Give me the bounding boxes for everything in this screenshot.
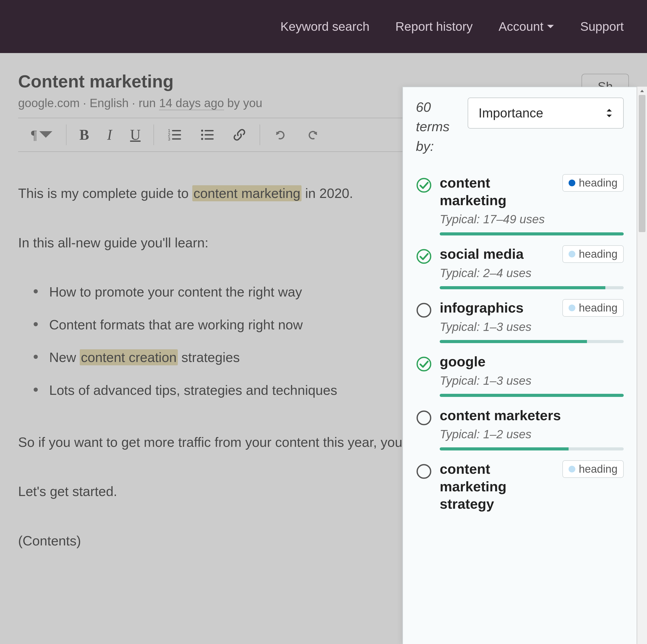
meta-language: English	[89, 96, 129, 110]
term-progress	[440, 232, 624, 235]
svg-point-11	[201, 138, 203, 140]
term-row[interactable]: content marketing strategyheading	[416, 460, 624, 513]
svg-point-16	[417, 411, 431, 425]
link-button[interactable]	[232, 128, 246, 142]
badge-label: heading	[579, 463, 618, 475]
terms-count-label: 60 terms by:	[416, 97, 460, 156]
panel-fade	[403, 597, 637, 644]
ordered-list-icon: 123	[167, 128, 182, 142]
svg-point-14	[417, 303, 431, 317]
svg-point-10	[201, 134, 203, 136]
nav-account[interactable]: Account	[498, 19, 554, 33]
term-progress	[440, 286, 624, 289]
empty-circle-icon	[416, 302, 432, 318]
badge-dot-icon	[569, 466, 575, 473]
redo-button[interactable]	[306, 128, 320, 142]
term-progress	[440, 340, 624, 343]
check-circle-icon	[416, 177, 432, 193]
nav-report-history[interactable]: Report history	[396, 19, 473, 33]
nav-account-label: Account	[498, 19, 543, 33]
scroll-thumb[interactable]	[639, 95, 645, 232]
chevron-down-icon	[39, 128, 53, 142]
svg-point-13	[417, 250, 431, 263]
svg-text:3: 3	[168, 137, 170, 141]
pilcrow-icon: ¶	[31, 127, 37, 142]
panel-scrollbar[interactable]	[637, 87, 647, 644]
undo-button[interactable]	[273, 128, 288, 142]
term-row[interactable]: infographicsheadingTypical: 1–3 uses	[416, 299, 624, 343]
svg-text:2: 2	[168, 133, 170, 137]
empty-circle-icon	[416, 463, 432, 480]
underline-button[interactable]: U	[130, 127, 141, 143]
italic-button[interactable]: I	[107, 127, 112, 143]
badge-label: heading	[579, 248, 618, 260]
highlighted-term: content marketing	[192, 185, 301, 201]
redo-icon	[306, 128, 320, 142]
badge-dot-icon	[569, 180, 575, 186]
term-label: infographics	[440, 299, 523, 317]
check-circle-icon	[416, 248, 432, 265]
top-navbar: Keyword search Report history Account Su…	[0, 0, 647, 53]
term-label: content marketing strategy	[440, 460, 557, 513]
badge-dot-icon	[569, 304, 575, 311]
bold-button[interactable]: B	[79, 127, 89, 143]
svg-point-15	[417, 357, 431, 371]
term-typical: Typical: 1–2 uses	[440, 427, 624, 441]
svg-point-17	[417, 465, 431, 478]
heading-badge[interactable]: heading	[562, 174, 624, 192]
svg-text:1: 1	[168, 129, 170, 133]
term-typical: Typical: 1–3 uses	[440, 320, 624, 334]
term-row[interactable]: googleTypical: 1–3 uses	[416, 353, 624, 397]
heading-badge[interactable]: heading	[562, 299, 624, 317]
ordered-list-button[interactable]: 123	[167, 128, 182, 142]
link-icon	[232, 128, 246, 142]
term-typical: Typical: 1–3 uses	[440, 374, 624, 387]
sort-select[interactable]: Importance	[468, 97, 624, 129]
unordered-list-button[interactable]	[200, 128, 214, 142]
term-progress	[440, 447, 624, 450]
meta-run-prefix: run	[138, 96, 155, 110]
term-label: social media	[440, 245, 523, 263]
heading-badge[interactable]: heading	[562, 245, 624, 263]
meta-domain: google.com	[18, 96, 80, 110]
term-row[interactable]: content marketingheadingTypical: 17–49 u…	[416, 174, 624, 235]
terms-panel: 60 terms by: Importance content marketin…	[403, 87, 637, 644]
sort-value: Importance	[479, 105, 543, 121]
undo-icon	[273, 128, 288, 142]
term-row[interactable]: social mediaheadingTypical: 2–4 uses	[416, 245, 624, 289]
chevron-down-icon	[547, 24, 554, 29]
term-label: content marketers	[440, 407, 561, 424]
svg-point-9	[201, 130, 203, 132]
term-typical: Typical: 17–49 uses	[440, 212, 624, 226]
term-row[interactable]: content marketersTypical: 1–2 uses	[416, 407, 624, 451]
term-label: content marketing	[440, 174, 557, 209]
scroll-up-button[interactable]	[637, 87, 647, 95]
nav-support[interactable]: Support	[580, 19, 624, 33]
badge-dot-icon	[569, 251, 575, 258]
sort-caret-icon	[605, 108, 613, 118]
empty-circle-icon	[416, 410, 432, 426]
highlighted-term: content creation	[80, 349, 177, 365]
nav-keyword-search[interactable]: Keyword search	[281, 19, 370, 33]
paragraph-format-button[interactable]: ¶	[31, 127, 53, 142]
meta-run-age[interactable]: 14 days ago	[159, 96, 224, 110]
meta-run-suffix: by you	[227, 96, 263, 110]
badge-label: heading	[579, 177, 618, 189]
heading-badge[interactable]: heading	[562, 460, 624, 478]
badge-label: heading	[579, 302, 618, 314]
term-progress	[440, 394, 624, 397]
svg-point-12	[417, 178, 431, 192]
term-label: google	[440, 353, 486, 370]
scroll-track[interactable]	[637, 95, 647, 644]
term-typical: Typical: 2–4 uses	[440, 266, 624, 280]
check-circle-icon	[416, 356, 432, 372]
unordered-list-icon	[200, 128, 214, 142]
